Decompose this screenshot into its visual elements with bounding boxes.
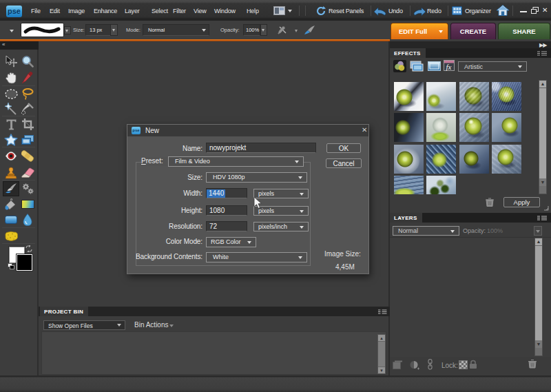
svg-text:fx: fx xyxy=(446,63,452,71)
